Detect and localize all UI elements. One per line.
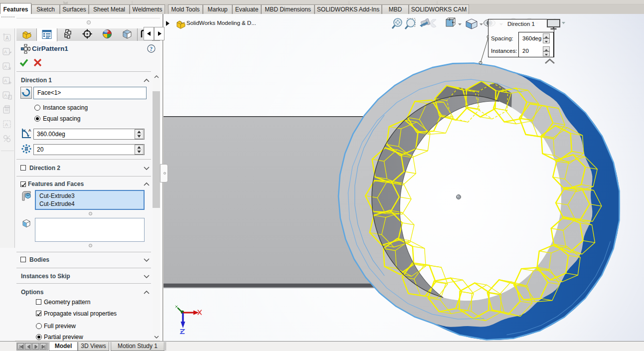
svg-text:A: A [4, 93, 7, 98]
svg-text:A: A [4, 64, 7, 69]
svg-text:A: A [4, 78, 7, 83]
svg-text:A: A [28, 128, 31, 133]
svg-text:?: ? [150, 45, 153, 52]
svg-text:A: A [4, 49, 7, 54]
svg-text:A: A [5, 35, 9, 41]
svg-text:A: A [5, 122, 8, 127]
